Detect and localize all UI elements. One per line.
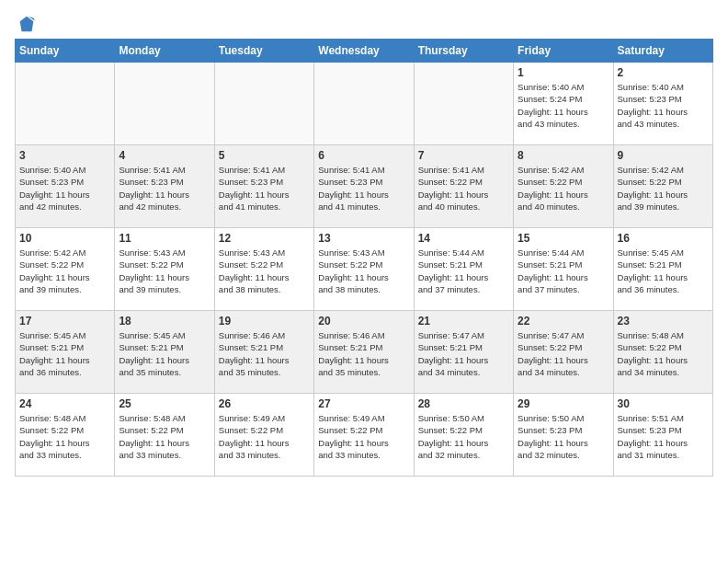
calendar-day-cell: 5Sunrise: 5:41 AM Sunset: 5:23 PM Daylig…: [214, 145, 313, 228]
calendar-day-cell: 7Sunrise: 5:41 AM Sunset: 5:22 PM Daylig…: [414, 145, 513, 228]
calendar-day-cell: 12Sunrise: 5:43 AM Sunset: 5:22 PM Dayli…: [214, 228, 313, 311]
calendar-day-cell: 19Sunrise: 5:46 AM Sunset: 5:21 PM Dayli…: [214, 311, 313, 394]
day-info: Sunrise: 5:44 AM Sunset: 5:21 PM Dayligh…: [518, 247, 609, 295]
day-number: 15: [518, 232, 609, 245]
day-number: 22: [518, 315, 609, 327]
calendar-day-cell: [214, 63, 313, 145]
day-info: Sunrise: 5:45 AM Sunset: 5:21 PM Dayligh…: [119, 329, 210, 378]
day-info: Sunrise: 5:41 AM Sunset: 5:23 PM Dayligh…: [119, 164, 210, 213]
calendar-week-row: 10Sunrise: 5:42 AM Sunset: 5:22 PM Dayli…: [16, 228, 713, 311]
calendar-day-cell: 15Sunrise: 5:44 AM Sunset: 5:21 PM Dayli…: [514, 228, 613, 311]
weekday-header: Thursday: [414, 40, 513, 63]
day-info: Sunrise: 5:40 AM Sunset: 5:24 PM Dayligh…: [518, 81, 609, 130]
day-number: 3: [19, 149, 110, 162]
weekday-header: Monday: [115, 40, 214, 63]
calendar-day-cell: 9Sunrise: 5:42 AM Sunset: 5:22 PM Daylig…: [613, 145, 712, 228]
day-number: 2: [618, 66, 709, 79]
calendar-day-cell: 3Sunrise: 5:40 AM Sunset: 5:23 PM Daylig…: [16, 145, 115, 228]
calendar-day-cell: 25Sunrise: 5:48 AM Sunset: 5:22 PM Dayli…: [115, 394, 214, 477]
day-number: 19: [219, 315, 310, 327]
day-info: Sunrise: 5:48 AM Sunset: 5:22 PM Dayligh…: [618, 329, 709, 378]
weekday-header: Saturday: [613, 40, 712, 63]
day-info: Sunrise: 5:41 AM Sunset: 5:23 PM Dayligh…: [318, 164, 409, 213]
day-info: Sunrise: 5:42 AM Sunset: 5:22 PM Dayligh…: [19, 247, 110, 295]
calendar-day-cell: 8Sunrise: 5:42 AM Sunset: 5:22 PM Daylig…: [514, 145, 613, 228]
day-info: Sunrise: 5:42 AM Sunset: 5:22 PM Dayligh…: [518, 164, 609, 213]
day-info: Sunrise: 5:46 AM Sunset: 5:21 PM Dayligh…: [318, 329, 409, 378]
calendar-day-cell: 28Sunrise: 5:50 AM Sunset: 5:22 PM Dayli…: [414, 394, 513, 477]
day-info: Sunrise: 5:42 AM Sunset: 5:22 PM Dayligh…: [618, 164, 709, 213]
day-info: Sunrise: 5:45 AM Sunset: 5:21 PM Dayligh…: [19, 329, 110, 378]
calendar-day-cell: 26Sunrise: 5:49 AM Sunset: 5:22 PM Dayli…: [214, 394, 313, 477]
day-info: Sunrise: 5:44 AM Sunset: 5:21 PM Dayligh…: [418, 247, 509, 295]
day-number: 9: [618, 149, 709, 162]
calendar-day-cell: 24Sunrise: 5:48 AM Sunset: 5:22 PM Dayli…: [16, 394, 115, 477]
calendar-day-cell: [115, 63, 214, 145]
day-number: 29: [518, 397, 609, 410]
day-info: Sunrise: 5:43 AM Sunset: 5:22 PM Dayligh…: [318, 247, 409, 295]
day-info: Sunrise: 5:43 AM Sunset: 5:22 PM Dayligh…: [219, 247, 310, 295]
day-info: Sunrise: 5:45 AM Sunset: 5:21 PM Dayligh…: [618, 247, 709, 295]
day-number: 30: [618, 397, 709, 410]
calendar-day-cell: [314, 63, 414, 145]
day-number: 24: [19, 397, 110, 410]
calendar-day-cell: 18Sunrise: 5:45 AM Sunset: 5:21 PM Dayli…: [115, 311, 214, 394]
header: [15, 15, 713, 31]
day-info: Sunrise: 5:48 AM Sunset: 5:22 PM Dayligh…: [19, 412, 110, 461]
calendar-day-cell: 21Sunrise: 5:47 AM Sunset: 5:21 PM Dayli…: [414, 311, 513, 394]
day-info: Sunrise: 5:50 AM Sunset: 5:23 PM Dayligh…: [518, 412, 609, 461]
calendar-day-cell: 27Sunrise: 5:49 AM Sunset: 5:22 PM Dayli…: [314, 394, 414, 477]
day-number: 21: [418, 315, 509, 327]
day-info: Sunrise: 5:49 AM Sunset: 5:22 PM Dayligh…: [318, 412, 409, 461]
day-info: Sunrise: 5:50 AM Sunset: 5:22 PM Dayligh…: [418, 412, 509, 461]
day-number: 6: [318, 149, 409, 162]
calendar-day-cell: 14Sunrise: 5:44 AM Sunset: 5:21 PM Dayli…: [414, 228, 513, 311]
day-number: 7: [418, 149, 509, 162]
calendar-day-cell: 20Sunrise: 5:46 AM Sunset: 5:21 PM Dayli…: [314, 311, 414, 394]
calendar-day-cell: 1Sunrise: 5:40 AM Sunset: 5:24 PM Daylig…: [514, 63, 613, 145]
calendar-week-row: 17Sunrise: 5:45 AM Sunset: 5:21 PM Dayli…: [16, 311, 713, 394]
calendar-day-cell: 6Sunrise: 5:41 AM Sunset: 5:23 PM Daylig…: [314, 145, 414, 228]
day-number: 11: [119, 232, 210, 245]
weekday-header: Wednesday: [314, 40, 414, 63]
calendar-day-cell: [16, 63, 115, 145]
day-number: 25: [119, 397, 210, 410]
day-number: 27: [318, 397, 409, 410]
day-number: 1: [518, 66, 609, 79]
logo-icon: [17, 15, 37, 35]
calendar-day-cell: 29Sunrise: 5:50 AM Sunset: 5:23 PM Dayli…: [514, 394, 613, 477]
calendar-day-cell: 17Sunrise: 5:45 AM Sunset: 5:21 PM Dayli…: [16, 311, 115, 394]
day-number: 17: [19, 315, 110, 327]
day-info: Sunrise: 5:47 AM Sunset: 5:22 PM Dayligh…: [518, 329, 609, 378]
calendar: SundayMondayTuesdayWednesdayThursdayFrid…: [15, 39, 713, 477]
day-number: 10: [19, 232, 110, 245]
day-info: Sunrise: 5:46 AM Sunset: 5:21 PM Dayligh…: [219, 329, 310, 378]
day-info: Sunrise: 5:51 AM Sunset: 5:23 PM Dayligh…: [618, 412, 709, 461]
day-info: Sunrise: 5:49 AM Sunset: 5:22 PM Dayligh…: [219, 412, 310, 461]
day-number: 4: [119, 149, 210, 162]
day-number: 14: [418, 232, 509, 245]
day-number: 13: [318, 232, 409, 245]
calendar-day-cell: 30Sunrise: 5:51 AM Sunset: 5:23 PM Dayli…: [613, 394, 712, 477]
day-number: 8: [518, 149, 609, 162]
calendar-day-cell: 11Sunrise: 5:43 AM Sunset: 5:22 PM Dayli…: [115, 228, 214, 311]
weekday-header: Tuesday: [214, 40, 313, 63]
day-number: 23: [618, 315, 709, 327]
day-number: 12: [219, 232, 310, 245]
day-number: 28: [418, 397, 509, 410]
calendar-week-row: 1Sunrise: 5:40 AM Sunset: 5:24 PM Daylig…: [16, 63, 713, 145]
day-info: Sunrise: 5:47 AM Sunset: 5:21 PM Dayligh…: [418, 329, 509, 378]
calendar-header-row: SundayMondayTuesdayWednesdayThursdayFrid…: [16, 40, 713, 63]
calendar-day-cell: 23Sunrise: 5:48 AM Sunset: 5:22 PM Dayli…: [613, 311, 712, 394]
calendar-day-cell: 13Sunrise: 5:43 AM Sunset: 5:22 PM Dayli…: [314, 228, 414, 311]
weekday-header: Sunday: [16, 40, 115, 63]
day-number: 26: [219, 397, 310, 410]
day-number: 16: [618, 232, 709, 245]
day-info: Sunrise: 5:40 AM Sunset: 5:23 PM Dayligh…: [19, 164, 110, 213]
weekday-header: Friday: [514, 40, 613, 63]
day-number: 20: [318, 315, 409, 327]
calendar-day-cell: 10Sunrise: 5:42 AM Sunset: 5:22 PM Dayli…: [16, 228, 115, 311]
day-number: 18: [119, 315, 210, 327]
calendar-day-cell: 22Sunrise: 5:47 AM Sunset: 5:22 PM Dayli…: [514, 311, 613, 394]
day-info: Sunrise: 5:43 AM Sunset: 5:22 PM Dayligh…: [119, 247, 210, 295]
